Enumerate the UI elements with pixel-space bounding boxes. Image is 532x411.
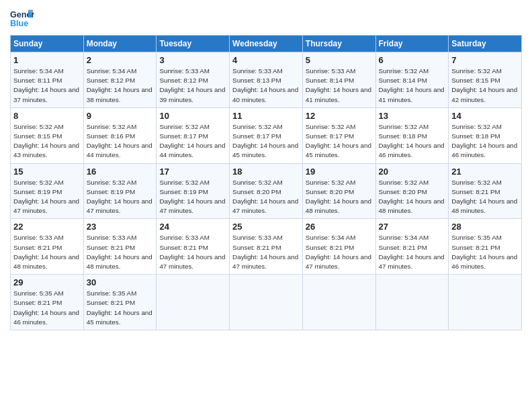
day-number: 15 bbox=[13, 167, 81, 177]
day-number: 6 bbox=[379, 55, 446, 65]
col-tuesday: Tuesday bbox=[157, 36, 230, 52]
table-cell: 27 Sunrise: 5:34 AMSunset: 8:21 PMDaylig… bbox=[375, 219, 449, 275]
table-cell: 29 Sunrise: 5:35 AMSunset: 8:21 PMDaylig… bbox=[11, 275, 84, 330]
col-saturday: Saturday bbox=[449, 36, 522, 52]
day-number: 29 bbox=[13, 277, 81, 287]
svg-text:Blue: Blue bbox=[10, 19, 28, 28]
day-number: 18 bbox=[232, 167, 300, 177]
day-info: Sunrise: 5:32 AMSunset: 8:20 PMDaylight:… bbox=[379, 179, 445, 215]
day-number: 11 bbox=[232, 111, 300, 121]
calendar-row: 29 Sunrise: 5:35 AMSunset: 8:21 PMDaylig… bbox=[11, 275, 522, 330]
table-cell: 12 Sunrise: 5:32 AMSunset: 8:17 PMDaylig… bbox=[302, 107, 375, 163]
day-info: Sunrise: 5:32 AMSunset: 8:14 PMDaylight:… bbox=[379, 67, 445, 103]
day-info: Sunrise: 5:35 AMSunset: 8:21 PMDaylight:… bbox=[87, 289, 152, 326]
table-cell: 30 Sunrise: 5:35 AMSunset: 8:21 PMDaylig… bbox=[83, 275, 157, 330]
table-cell: 16 Sunrise: 5:32 AMSunset: 8:19 PMDaylig… bbox=[83, 163, 157, 219]
col-thursday: Thursday bbox=[302, 36, 375, 52]
table-cell: 23 Sunrise: 5:33 AMSunset: 8:21 PMDaylig… bbox=[83, 219, 157, 275]
day-info: Sunrise: 5:32 AMSunset: 8:16 PMDaylight:… bbox=[87, 123, 152, 159]
table-cell: 5 Sunrise: 5:33 AMSunset: 8:14 PMDayligh… bbox=[302, 52, 375, 108]
day-number: 13 bbox=[379, 111, 446, 121]
day-number: 1 bbox=[13, 55, 81, 65]
day-info: Sunrise: 5:32 AMSunset: 8:20 PMDaylight:… bbox=[306, 179, 371, 215]
day-number: 8 bbox=[13, 111, 81, 121]
logo-icon: General Blue bbox=[10, 7, 34, 31]
day-info: Sunrise: 5:32 AMSunset: 8:17 PMDaylight:… bbox=[232, 123, 298, 159]
table-cell bbox=[157, 275, 230, 330]
table-cell bbox=[449, 275, 522, 330]
header: General Blue bbox=[10, 7, 522, 31]
table-cell: 25 Sunrise: 5:33 AMSunset: 8:21 PMDaylig… bbox=[230, 219, 303, 275]
day-info: Sunrise: 5:35 AMSunset: 8:21 PMDaylight:… bbox=[451, 234, 517, 270]
day-number: 30 bbox=[87, 277, 154, 287]
table-cell: 20 Sunrise: 5:32 AMSunset: 8:20 PMDaylig… bbox=[375, 163, 449, 219]
day-info: Sunrise: 5:32 AMSunset: 8:20 PMDaylight:… bbox=[232, 179, 298, 215]
day-number: 7 bbox=[451, 55, 519, 65]
table-cell: 9 Sunrise: 5:32 AMSunset: 8:16 PMDayligh… bbox=[83, 107, 157, 163]
calendar-row: 15 Sunrise: 5:32 AMSunset: 8:19 PMDaylig… bbox=[11, 163, 522, 219]
table-cell bbox=[302, 275, 375, 330]
table-cell bbox=[230, 275, 303, 330]
day-info: Sunrise: 5:32 AMSunset: 8:21 PMDaylight:… bbox=[451, 179, 517, 215]
day-number: 16 bbox=[87, 167, 154, 177]
day-info: Sunrise: 5:33 AMSunset: 8:21 PMDaylight:… bbox=[232, 234, 298, 270]
day-info: Sunrise: 5:34 AMSunset: 8:11 PMDaylight:… bbox=[13, 67, 79, 103]
table-cell: 26 Sunrise: 5:34 AMSunset: 8:21 PMDaylig… bbox=[302, 219, 375, 275]
day-info: Sunrise: 5:32 AMSunset: 8:18 PMDaylight:… bbox=[379, 123, 445, 159]
table-cell: 11 Sunrise: 5:32 AMSunset: 8:17 PMDaylig… bbox=[230, 107, 303, 163]
day-info: Sunrise: 5:33 AMSunset: 8:21 PMDaylight:… bbox=[159, 234, 225, 270]
table-cell: 15 Sunrise: 5:32 AMSunset: 8:19 PMDaylig… bbox=[11, 163, 84, 219]
day-info: Sunrise: 5:32 AMSunset: 8:17 PMDaylight:… bbox=[306, 123, 371, 159]
day-number: 22 bbox=[13, 222, 81, 232]
table-cell: 1 Sunrise: 5:34 AMSunset: 8:11 PMDayligh… bbox=[11, 52, 84, 108]
day-number: 19 bbox=[306, 167, 373, 177]
day-info: Sunrise: 5:32 AMSunset: 8:19 PMDaylight:… bbox=[13, 179, 79, 215]
table-cell: 14 Sunrise: 5:32 AMSunset: 8:18 PMDaylig… bbox=[449, 107, 522, 163]
table-cell: 6 Sunrise: 5:32 AMSunset: 8:14 PMDayligh… bbox=[375, 52, 449, 108]
day-number: 23 bbox=[87, 222, 154, 232]
day-number: 2 bbox=[87, 55, 154, 65]
day-info: Sunrise: 5:33 AMSunset: 8:14 PMDaylight:… bbox=[306, 67, 371, 103]
day-number: 24 bbox=[159, 222, 226, 232]
day-number: 5 bbox=[306, 55, 373, 65]
table-cell: 28 Sunrise: 5:35 AMSunset: 8:21 PMDaylig… bbox=[449, 219, 522, 275]
table-cell: 10 Sunrise: 5:32 AMSunset: 8:17 PMDaylig… bbox=[157, 107, 230, 163]
day-info: Sunrise: 5:35 AMSunset: 8:21 PMDaylight:… bbox=[13, 289, 79, 326]
day-number: 3 bbox=[159, 55, 226, 65]
table-cell: 18 Sunrise: 5:32 AMSunset: 8:20 PMDaylig… bbox=[230, 163, 303, 219]
day-number: 27 bbox=[379, 222, 446, 232]
logo: General Blue bbox=[10, 7, 34, 31]
table-cell: 24 Sunrise: 5:33 AMSunset: 8:21 PMDaylig… bbox=[157, 219, 230, 275]
col-friday: Friday bbox=[375, 36, 449, 52]
day-info: Sunrise: 5:33 AMSunset: 8:12 PMDaylight:… bbox=[159, 67, 225, 103]
col-wednesday: Wednesday bbox=[230, 36, 303, 52]
calendar-row: 22 Sunrise: 5:33 AMSunset: 8:21 PMDaylig… bbox=[11, 219, 522, 275]
table-cell: 7 Sunrise: 5:32 AMSunset: 8:15 PMDayligh… bbox=[449, 52, 522, 108]
day-info: Sunrise: 5:32 AMSunset: 8:19 PMDaylight:… bbox=[87, 179, 152, 215]
day-number: 17 bbox=[159, 167, 226, 177]
day-number: 9 bbox=[87, 111, 154, 121]
day-number: 10 bbox=[159, 111, 226, 121]
header-row: Sunday Monday Tuesday Wednesday Thursday… bbox=[11, 36, 522, 52]
day-info: Sunrise: 5:33 AMSunset: 8:13 PMDaylight:… bbox=[232, 67, 298, 103]
table-cell: 8 Sunrise: 5:32 AMSunset: 8:15 PMDayligh… bbox=[11, 107, 84, 163]
day-info: Sunrise: 5:32 AMSunset: 8:15 PMDaylight:… bbox=[13, 123, 79, 159]
table-cell: 19 Sunrise: 5:32 AMSunset: 8:20 PMDaylig… bbox=[302, 163, 375, 219]
day-info: Sunrise: 5:32 AMSunset: 8:18 PMDaylight:… bbox=[451, 123, 517, 159]
day-number: 26 bbox=[306, 222, 373, 232]
day-number: 12 bbox=[306, 111, 373, 121]
day-info: Sunrise: 5:32 AMSunset: 8:15 PMDaylight:… bbox=[451, 67, 517, 103]
table-cell: 4 Sunrise: 5:33 AMSunset: 8:13 PMDayligh… bbox=[230, 52, 303, 108]
col-monday: Monday bbox=[83, 36, 157, 52]
page: General Blue Sunday Monday Tuesday Wedne… bbox=[0, 0, 532, 411]
table-cell: 3 Sunrise: 5:33 AMSunset: 8:12 PMDayligh… bbox=[157, 52, 230, 108]
day-number: 21 bbox=[451, 167, 519, 177]
day-info: Sunrise: 5:34 AMSunset: 8:21 PMDaylight:… bbox=[379, 234, 445, 270]
day-number: 25 bbox=[232, 222, 300, 232]
calendar-table: Sunday Monday Tuesday Wednesday Thursday… bbox=[10, 35, 522, 330]
day-info: Sunrise: 5:33 AMSunset: 8:21 PMDaylight:… bbox=[87, 234, 152, 270]
day-info: Sunrise: 5:32 AMSunset: 8:19 PMDaylight:… bbox=[159, 179, 225, 215]
day-info: Sunrise: 5:34 AMSunset: 8:12 PMDaylight:… bbox=[87, 67, 152, 103]
table-cell bbox=[375, 275, 449, 330]
day-info: Sunrise: 5:33 AMSunset: 8:21 PMDaylight:… bbox=[13, 234, 79, 270]
